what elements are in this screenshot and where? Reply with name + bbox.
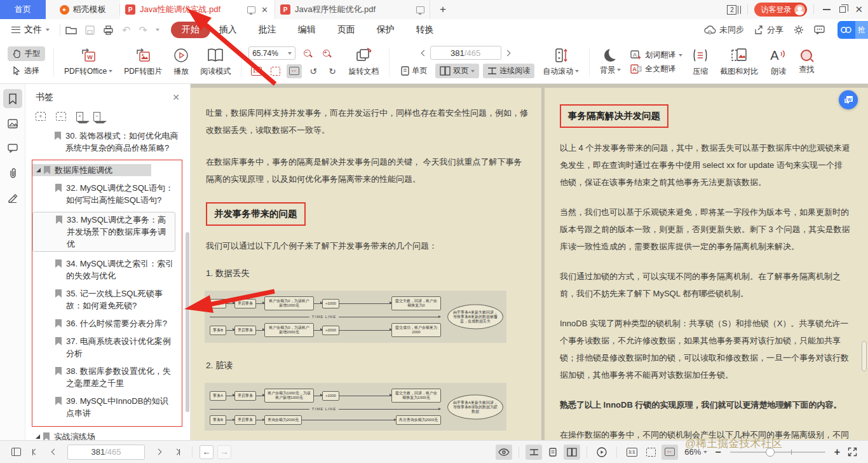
- zoom-slider[interactable]: [730, 452, 825, 453]
- new-tab-button[interactable]: +: [430, 0, 456, 19]
- screenshot-compare-button[interactable]: 截图和对比: [714, 48, 764, 77]
- fit-width-button[interactable]: [661, 445, 678, 460]
- bookmark-item[interactable]: 30. 装饰器模式：如何优化电商系统中复杂的商品价格策略?: [25, 130, 190, 154]
- doc-tab-inactive[interactable]: P Java程序性能优化.pdf: [275, 0, 430, 19]
- print-icon[interactable]: [103, 25, 114, 35]
- actual-size-button[interactable]: 1:1: [623, 445, 640, 460]
- previous-page-button[interactable]: [46, 445, 62, 460]
- zoom-out-button[interactable]: −: [299, 46, 315, 60]
- page-number-input[interactable]: 381/465: [67, 445, 145, 460]
- play-slideshow-button[interactable]: [593, 445, 610, 460]
- first-page-button[interactable]: [27, 445, 43, 460]
- hand-tool-button[interactable]: 手型: [8, 46, 45, 61]
- double-page-button[interactable]: 双页: [435, 64, 479, 78]
- attachments-panel-button[interactable]: [3, 163, 22, 183]
- restore-button[interactable]: [839, 6, 846, 13]
- close-window-button[interactable]: ✕: [855, 4, 863, 15]
- thumbnails-panel-button[interactable]: [3, 114, 22, 133]
- close-tab-icon[interactable]: ✕: [260, 5, 269, 15]
- rotate-document-button[interactable]: 旋转文档: [342, 48, 384, 77]
- minimize-button[interactable]: [823, 9, 831, 10]
- bookmark-item[interactable]: 实战演练场: [25, 431, 190, 440]
- window-count-indicator[interactable]: 2: [727, 5, 741, 15]
- bookmark-item[interactable]: 34. MySQL调优之索引：索引的失效与优化: [32, 258, 182, 282]
- bookmark-item[interactable]: 数据库性能调优: [32, 164, 151, 176]
- read-mode-button[interactable]: 阅读模式: [194, 48, 236, 77]
- zoom-in-button[interactable]: +: [318, 46, 334, 60]
- collapse-all-button[interactable]: −: [56, 112, 66, 121]
- word-translate-button[interactable]: A 划词翻译: [630, 50, 682, 60]
- bookmark-item[interactable]: 36. 什么时候需要分表分库?: [32, 317, 182, 329]
- close-panel-icon[interactable]: ✕: [172, 92, 180, 102]
- find-button[interactable]: 查找: [793, 50, 820, 75]
- chevron-down-icon[interactable]: [156, 29, 159, 31]
- bookmark-item[interactable]: 37. 电商系统表设计优化案例分析: [32, 335, 182, 359]
- continuous-view-button[interactable]: [526, 445, 542, 460]
- double-page-view-button[interactable]: [564, 445, 580, 460]
- floating-convert-button[interactable]: W: [839, 90, 858, 109]
- monitor-icon[interactable]: [247, 6, 255, 13]
- last-page-button[interactable]: [169, 445, 186, 460]
- guest-login-button[interactable]: 访客登录: [754, 3, 807, 17]
- expand-all-button[interactable]: +: [36, 112, 46, 121]
- compress-button[interactable]: 压缩: [686, 48, 714, 77]
- tab-docer-template[interactable]: ✦ 稻壳模板: [46, 0, 119, 19]
- menu-tab-start[interactable]: 开始: [171, 22, 210, 38]
- remove-bookmark-button[interactable]: −: [93, 112, 100, 121]
- menu-tab-annotate[interactable]: 批注: [259, 24, 276, 36]
- play-button[interactable]: 播放: [168, 48, 194, 77]
- page-number-input[interactable]: 381/465: [430, 46, 501, 60]
- zoom-level-combobox[interactable]: 65.74%: [248, 46, 295, 60]
- tab-home[interactable]: 首页: [0, 0, 46, 19]
- share-button[interactable]: 分享: [754, 24, 783, 36]
- fit-width-button[interactable]: [287, 64, 302, 78]
- gear-icon[interactable]: [794, 25, 804, 35]
- pdf-to-office-button[interactable]: W PDF转Office: [58, 48, 118, 77]
- fullscreen-button[interactable]: [844, 445, 860, 460]
- zoom-in-button[interactable]: +: [832, 446, 843, 458]
- tree-expand-caret[interactable]: [36, 168, 41, 172]
- full-translate-button[interactable]: A 全文翻译: [630, 64, 682, 74]
- bookmark-item[interactable]: 33. MySQL调优之事务：高并发场景下的数据库事务调优: [32, 212, 175, 252]
- pdf-to-image-button[interactable]: PDF转图片: [118, 48, 168, 77]
- sidebar-scrollbar[interactable]: [186, 232, 189, 412]
- menu-tab-insert[interactable]: 插入: [219, 24, 237, 36]
- bookmarks-panel-button[interactable]: [3, 89, 22, 108]
- promo-banner[interactable]: 抢: [837, 21, 868, 39]
- bookmark-item[interactable]: 38. 数据库参数设置优化，失之毫厘差之千里: [32, 365, 182, 389]
- doc-tab-active[interactable]: P Java性能调优实战.pdf ✕: [120, 0, 275, 19]
- actual-size-button[interactable]: 1:1: [248, 64, 264, 78]
- read-aloud-button[interactable]: A 朗读: [764, 48, 793, 77]
- select-tool-button[interactable]: 选择: [8, 64, 45, 78]
- view-forward-button[interactable]: →: [217, 445, 231, 459]
- sync-status[interactable]: 未同步: [704, 24, 744, 36]
- next-page-button[interactable]: [150, 445, 166, 460]
- view-back-button[interactable]: ←: [200, 445, 214, 459]
- file-menu-button[interactable]: 文件: [6, 24, 55, 36]
- fit-page-button[interactable]: [268, 64, 283, 78]
- monitor-icon[interactable]: [416, 6, 424, 13]
- single-page-button[interactable]: 单页: [397, 64, 431, 78]
- auto-scroll-button[interactable]: 自动滚动: [537, 48, 585, 77]
- signature-panel-button[interactable]: [3, 188, 22, 207]
- redo-icon[interactable]: ↷: [139, 24, 147, 36]
- undo-icon[interactable]: ↶: [122, 24, 130, 36]
- menu-tab-edit[interactable]: 编辑: [298, 24, 316, 36]
- bookmark-item[interactable]: 39. MySQL中InnoDB的知识点串讲: [32, 395, 182, 419]
- continuous-reading-button[interactable]: 连续阅读: [483, 64, 534, 78]
- previous-page-icon[interactable]: [421, 50, 427, 56]
- rotate-left-button[interactable]: ↺: [306, 64, 321, 78]
- content-scrollbar[interactable]: [862, 341, 867, 371]
- rotate-right-button[interactable]: ↻: [325, 64, 340, 78]
- open-folder-icon[interactable]: [65, 25, 77, 35]
- comments-panel-button[interactable]: [3, 139, 22, 158]
- menu-tab-page[interactable]: 页面: [337, 24, 355, 36]
- tree-expand-caret[interactable]: [36, 434, 40, 439]
- fit-page-button[interactable]: [642, 445, 659, 460]
- eye-protection-button[interactable]: [496, 445, 512, 460]
- save-icon[interactable]: [85, 25, 95, 35]
- background-button[interactable]: 背景: [594, 49, 627, 76]
- add-bookmark-button[interactable]: +: [76, 112, 83, 121]
- next-page-icon[interactable]: [504, 50, 510, 56]
- document-view[interactable]: 吐量，数据库同样支持并发事务，而在并发运行中，同样也存在着安全性问题，例如，修改…: [191, 84, 868, 440]
